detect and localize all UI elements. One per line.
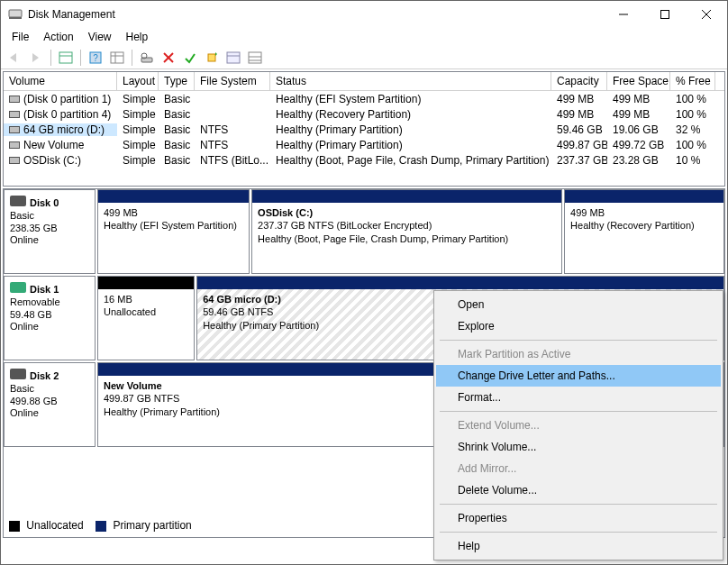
close-button[interactable] <box>686 1 727 28</box>
properties-icon[interactable] <box>223 48 243 68</box>
col-layout[interactable]: Layout <box>117 72 159 90</box>
partition-header-color <box>98 277 194 289</box>
toolbar-separator <box>50 50 51 66</box>
cell-pct: 100 % <box>670 108 715 121</box>
cell-pct: 100 % <box>670 139 715 151</box>
list-icon[interactable] <box>245 48 265 68</box>
partition[interactable]: 16 MBUnallocated <box>97 276 195 360</box>
disk-name: Disk 1 <box>30 284 59 295</box>
partition-title: 64 GB micro (D:) <box>203 294 281 305</box>
col-filesystem[interactable]: File System <box>195 72 270 90</box>
cell-pct: 32 % <box>670 123 715 136</box>
help-icon[interactable]: ? <box>86 48 105 68</box>
context-menu-item[interactable]: Help <box>436 535 721 557</box>
partition-body: OSDisk (C:)237.37 GB NTFS (BitLocker Enc… <box>252 203 561 273</box>
disk-row: Disk 0Basic238.35 GBOnline499 MBHealthy … <box>4 189 724 276</box>
context-menu-item[interactable]: Delete Volume... <box>436 479 721 501</box>
cell-pct: 10 % <box>670 154 715 167</box>
partition-icon <box>9 141 20 149</box>
partition[interactable]: 499 MBHealthy (Recovery Partition) <box>564 189 724 274</box>
cell-status: Healthy (Recovery Partition) <box>270 108 551 121</box>
cell-volume: 64 GB micro (D:) <box>4 123 117 136</box>
partition-icon <box>9 157 20 164</box>
context-menu-item[interactable]: Format... <box>436 387 721 408</box>
check-icon[interactable] <box>180 48 200 68</box>
cell-free: 499.72 GB <box>607 139 670 151</box>
volume-row[interactable]: (Disk 0 partition 1)SimpleBasicHealthy (… <box>4 91 724 106</box>
disk-info[interactable]: Disk 1Removable59.48 GBOnline <box>4 276 96 360</box>
cell-layout: Simple <box>117 154 159 167</box>
context-menu-item: Extend Volume... <box>436 415 721 436</box>
cell-fs: NTFS <box>195 139 270 151</box>
scan-icon[interactable] <box>137 48 157 68</box>
volume-list[interactable]: Volume Layout Type File System Status Ca… <box>3 71 725 187</box>
volume-list-body: (Disk 0 partition 1)SimpleBasicHealthy (… <box>4 91 724 168</box>
context-menu-item[interactable]: Change Drive Letter and Paths... <box>436 365 721 387</box>
minimize-button[interactable] <box>603 1 644 28</box>
col-capacity[interactable]: Capacity <box>551 72 607 90</box>
legend-primary-label: Primary partition <box>113 519 191 532</box>
menu-action[interactable]: Action <box>36 29 80 45</box>
legend-unallocated-swatch <box>9 521 20 532</box>
new-icon[interactable] <box>202 48 222 68</box>
context-menu-item[interactable]: Shrink Volume... <box>436 436 721 458</box>
partition-title: OSDisk (C:) <box>258 207 313 218</box>
legend-unallocated-label: Unallocated <box>26 519 83 532</box>
menu-view[interactable]: View <box>81 29 119 45</box>
volume-row[interactable]: New VolumeSimpleBasicNTFSHealthy (Primar… <box>4 137 724 152</box>
context-menu-separator <box>440 532 717 533</box>
cell-status: Healthy (EFI System Partition) <box>270 93 551 105</box>
col-status[interactable]: Status <box>270 72 551 90</box>
disk-info[interactable]: Disk 0Basic238.35 GBOnline <box>4 189 96 274</box>
context-menu: OpenExploreMark Partition as ActiveChang… <box>433 290 723 560</box>
context-menu-item[interactable]: Properties <box>436 507 721 529</box>
svg-rect-6 <box>59 52 72 63</box>
disk-name: Disk 2 <box>30 370 59 381</box>
back-button[interactable] <box>5 48 24 68</box>
col-freespace[interactable]: Free Space <box>607 72 670 90</box>
disk-state: Online <box>10 321 89 333</box>
col-type[interactable]: Type <box>159 72 195 90</box>
volume-row[interactable]: 64 GB micro (D:)SimpleBasicNTFSHealthy (… <box>4 122 724 137</box>
menu-help[interactable]: Help <box>119 29 156 45</box>
cell-free: 499 MB <box>607 93 670 105</box>
settings-icon[interactable] <box>107 48 127 68</box>
menu-file[interactable]: File <box>5 29 36 45</box>
partition-status: Healthy (EFI System Partition) <box>104 220 237 231</box>
cell-layout: Simple <box>117 123 159 136</box>
volume-list-header: Volume Layout Type File System Status Ca… <box>4 72 724 91</box>
context-menu-separator <box>440 340 717 341</box>
volume-row[interactable]: (Disk 0 partition 4)SimpleBasicHealthy (… <box>4 106 724 122</box>
cell-volume: New Volume <box>4 139 117 151</box>
partition-size: 16 MB <box>104 294 132 305</box>
app-icon <box>8 7 23 22</box>
cell-volume: (Disk 0 partition 4) <box>4 108 117 121</box>
forward-button[interactable] <box>26 48 46 68</box>
cell-layout: Simple <box>117 108 159 121</box>
partition[interactable]: 499 MBHealthy (EFI System Partition) <box>97 189 250 274</box>
disk-kind: Basic <box>10 210 89 223</box>
partition-status: Healthy (Boot, Page File, Crash Dump, Pr… <box>258 233 508 244</box>
col-pctfree[interactable]: % Free <box>670 72 715 90</box>
cell-fs: NTFS <box>195 123 270 136</box>
view-icon[interactable] <box>56 48 76 68</box>
cell-layout: Simple <box>117 139 159 151</box>
cell-status: Healthy (Primary Partition) <box>270 123 551 136</box>
partition-status: Healthy (Recovery Partition) <box>570 220 695 231</box>
volume-row[interactable]: OSDisk (C:)SimpleBasicNTFS (BitLo...Heal… <box>4 152 724 168</box>
partition-body: 16 MBUnallocated <box>98 289 194 360</box>
partition[interactable]: OSDisk (C:)237.37 GB NTFS (BitLocker Enc… <box>251 189 562 274</box>
disk-state: Online <box>10 234 89 247</box>
context-menu-item[interactable]: Open <box>436 294 721 315</box>
disk-icon <box>10 282 26 293</box>
cell-free: 23.28 GB <box>607 154 670 167</box>
partition-status: Healthy (Primary Partition) <box>203 320 319 331</box>
col-volume[interactable]: Volume <box>4 72 117 90</box>
cell-pct: 100 % <box>670 93 715 105</box>
disk-info[interactable]: Disk 2Basic499.88 GBOnline <box>4 362 96 447</box>
cell-layout: Simple <box>117 93 159 105</box>
toolbar: ? <box>1 46 727 69</box>
context-menu-item[interactable]: Explore <box>436 315 721 337</box>
maximize-button[interactable] <box>644 1 686 28</box>
delete-icon[interactable] <box>159 48 178 68</box>
